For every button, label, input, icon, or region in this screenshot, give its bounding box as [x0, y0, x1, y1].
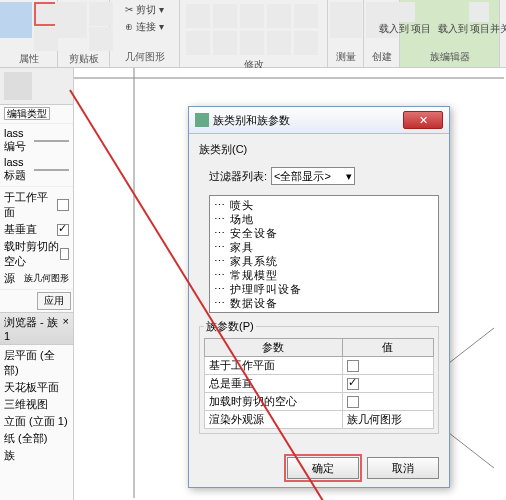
modify-tool[interactable]	[213, 4, 237, 28]
dialog-icon	[195, 113, 209, 127]
param-value: 族几何图形	[342, 411, 433, 429]
modify-tool[interactable]	[240, 31, 264, 55]
col-param: 参数	[205, 339, 343, 357]
group-label-measure: 测量	[336, 49, 356, 65]
param-check[interactable]	[347, 378, 359, 390]
browser-title: 浏览器 - 族1	[4, 315, 63, 342]
modify-tool[interactable]	[213, 31, 237, 55]
tree-item[interactable]: ⋯ 护理呼叫设备	[214, 282, 434, 296]
measure-btn[interactable]	[330, 2, 362, 38]
modify-tool[interactable]	[186, 31, 210, 55]
load-into-project-label: 载入到 项目	[377, 23, 434, 35]
tree-node[interactable]: 立面 (立面 1)	[4, 413, 69, 430]
modify-tool[interactable]	[294, 31, 318, 55]
param-check[interactable]	[347, 396, 359, 408]
close-icon[interactable]: ×	[63, 315, 69, 342]
group-label-clipboard: 剪贴板	[69, 51, 99, 67]
ok-button[interactable]: 确定	[287, 457, 359, 479]
dialog-titlebar[interactable]: 族类别和族参数 ✕	[189, 107, 449, 134]
cut-geom-btn[interactable]: ✂ 剪切 ▾	[123, 2, 166, 18]
tree-item[interactable]: ⋯ 场地	[214, 212, 434, 226]
close-button[interactable]: ✕	[403, 111, 443, 129]
modify-tool[interactable]	[294, 4, 318, 28]
load-close-label: 载入到 项目并关闭	[436, 23, 507, 35]
modify-tool[interactable]	[267, 31, 291, 55]
properties-palette: 编辑类型 lass 编号 lass 标题 于工作平面 基垂直 载时剪切的空心 源…	[0, 68, 74, 500]
tree-item[interactable]: ⋯ 家具	[214, 240, 434, 254]
prop-field[interactable]	[34, 169, 69, 171]
copy-btn[interactable]	[89, 27, 113, 51]
tree-item[interactable]: ⋯ 喷头	[214, 198, 434, 212]
group-label-family-editor: 族编辑器	[430, 49, 470, 65]
ribbon: 属性 剪贴板 ✂ 剪切 ▾ ⊕ 连接 ▾ 几何图形 修改 测量 创建	[0, 0, 506, 68]
family-icon	[4, 72, 32, 100]
group-label-create: 创建	[372, 49, 392, 65]
tree-item[interactable]: ⋯ 家具系统	[214, 254, 434, 268]
tree-node[interactable]: 层平面 (全部)	[4, 347, 69, 379]
prop-label: 基垂直	[4, 222, 37, 237]
param-name: 渲染外观源	[205, 411, 343, 429]
prop-label: lass 编号	[4, 127, 34, 154]
prop-label: 于工作平面	[4, 190, 57, 220]
params-label: 族参数(P)	[204, 319, 256, 334]
category-label: 族类别(C)	[199, 142, 439, 157]
chevron-down-icon: ▾	[346, 170, 352, 183]
filter-label: 过滤器列表:	[209, 169, 267, 184]
group-label-properties: 属性	[19, 51, 39, 67]
modify-tool[interactable]	[186, 4, 210, 28]
col-value: 值	[342, 339, 433, 357]
prop-value: 族几何图形	[24, 272, 69, 285]
prop-check[interactable]	[57, 199, 69, 211]
tree-node[interactable]: 纸 (全部)	[4, 430, 69, 447]
param-name: 基于工作平面	[205, 357, 343, 375]
edit-type-btn[interactable]: 编辑类型	[4, 107, 50, 120]
param-name: 总是垂直	[205, 375, 343, 393]
apply-button[interactable]: 应用	[37, 292, 71, 310]
prop-check[interactable]	[60, 248, 69, 260]
tree-item[interactable]: ⋯ 机械设备	[214, 310, 434, 313]
cancel-button[interactable]: 取消	[367, 457, 439, 479]
load-into-project-btn[interactable]	[395, 2, 415, 22]
cut-btn[interactable]	[89, 2, 113, 26]
load-close-btn[interactable]	[469, 2, 489, 22]
tree-node[interactable]: 三维视图	[4, 396, 69, 413]
tree-node[interactable]: 天花板平面	[4, 379, 69, 396]
category-tree[interactable]: ⋯ 喷头 ⋯ 场地 ⋯ 安全设备 ⋯ 家具 ⋯ 家具系统 ⋯ 常规模型 ⋯ 护理…	[209, 195, 439, 313]
prop-label: lass 标题	[4, 156, 34, 183]
modify-tool[interactable]	[240, 4, 264, 28]
param-name: 加载时剪切的空心	[205, 393, 343, 411]
group-label-geometry: 几何图形	[125, 49, 165, 65]
tree-item[interactable]: ⋯ 安全设备	[214, 226, 434, 240]
properties-btn[interactable]	[0, 2, 32, 38]
join-geom-btn[interactable]: ⊕ 连接 ▾	[123, 19, 166, 35]
prop-field[interactable]	[34, 140, 69, 142]
prop-label: 载时剪切的空心	[4, 239, 60, 269]
prop-label: 源	[4, 271, 15, 286]
modify-tool[interactable]	[267, 4, 291, 28]
project-browser[interactable]: 层平面 (全部) 天花板平面 三维视图 立面 (立面 1) 纸 (全部) 族	[0, 345, 73, 466]
tree-item[interactable]: ⋯ 常规模型	[214, 268, 434, 282]
filter-dropdown[interactable]: <全部显示>▾	[271, 167, 355, 185]
param-check[interactable]	[347, 360, 359, 372]
family-category-dialog: 族类别和族参数 ✕ 族类别(C) 过滤器列表: <全部显示>▾ ⋯ 喷头 ⋯ 场…	[188, 106, 450, 488]
params-table: 参数值 基于工作平面 总是垂直 加载时剪切的空心 渲染外观源族几何图形	[204, 338, 434, 429]
paste-btn[interactable]	[55, 2, 87, 38]
tree-item[interactable]: ⋯ 数据设备	[214, 296, 434, 310]
dialog-title: 族类别和族参数	[213, 113, 403, 128]
tree-node[interactable]: 族	[4, 447, 69, 464]
prop-check[interactable]	[57, 224, 69, 236]
